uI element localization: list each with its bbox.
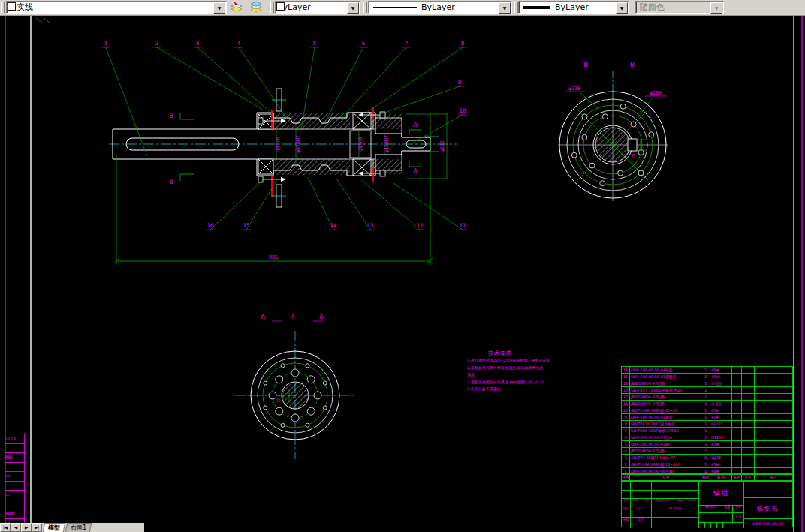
parts-table-cell bbox=[755, 387, 792, 393]
drawing-number: LW6-500.00.00 bbox=[744, 519, 792, 528]
parts-table-cell bbox=[732, 401, 742, 407]
tab-model[interactable]: 模型 bbox=[43, 523, 66, 532]
bolt-hole bbox=[281, 364, 285, 368]
leader-line bbox=[413, 115, 463, 143]
parts-table-cell: 1 bbox=[701, 387, 710, 393]
bolt-hole bbox=[264, 381, 267, 385]
current-linetype-value: ByLayer bbox=[421, 2, 455, 12]
parts-table-cell bbox=[732, 441, 742, 447]
plotstyle-control-combo: 随颜色 ▼ bbox=[635, 1, 724, 14]
lineweight-dropdown-arrow[interactable]: ▼ bbox=[616, 2, 628, 14]
parts-table-cell: Q235 bbox=[710, 455, 732, 461]
bolt-hole bbox=[638, 150, 644, 155]
leader-label: 8 bbox=[461, 40, 465, 47]
layer-color-swatch[interactable] bbox=[7, 2, 17, 11]
current-lineweight-value: ByLayer bbox=[555, 2, 589, 12]
parts-table-cell: 1 bbox=[701, 428, 710, 434]
parts-table-cell bbox=[755, 448, 792, 454]
header-cell: 备注 bbox=[755, 475, 792, 480]
bolt-hole bbox=[276, 407, 283, 415]
tb-label: 标记 bbox=[622, 498, 631, 506]
current-color-swatch bbox=[276, 2, 285, 11]
make-object-layer-current-button[interactable] bbox=[230, 1, 249, 14]
parts-table-cell: 5 bbox=[622, 441, 630, 447]
color-control-combo[interactable]: ByLayer ▼ bbox=[275, 1, 360, 14]
parts-table-cell: 1 bbox=[701, 468, 710, 474]
parts-table-cell bbox=[732, 374, 742, 380]
technical-notes: 技术要求 1.进行调质处理220~250HB后精加工各配合表面 2.装配前所有零… bbox=[467, 350, 598, 393]
next-tab-button[interactable]: ▶ bbox=[21, 523, 32, 532]
lineweight-control-combo[interactable]: ByLayer ▼ bbox=[518, 1, 629, 14]
bolt-hole bbox=[582, 134, 587, 140]
last-tab-button[interactable]: ▶| bbox=[32, 523, 42, 532]
bb-title: B — B bbox=[583, 61, 641, 68]
leader-label: 6 bbox=[362, 40, 366, 47]
toolbar-grip[interactable] bbox=[1, 2, 5, 13]
toolbar-grip[interactable] bbox=[270, 2, 274, 13]
parts-table-cell: LW6-500.00.00-05壳体 bbox=[630, 434, 701, 440]
tab-layout1[interactable]: 布局1 bbox=[65, 523, 92, 532]
parts-table-cell bbox=[732, 468, 742, 474]
bolt-hole bbox=[291, 369, 299, 377]
left-sheet-fragment: 1 2 1 4▒▒▒4 14 1▒▒▒▒1 4 bbox=[5, 434, 25, 528]
parts-table-cell: 3 bbox=[622, 455, 630, 461]
note-line: 清洗 bbox=[467, 371, 598, 378]
main-assembly-view: φ95r6 φ170H7 φ95n6 φ120H7 φ202 995 B B A… bbox=[101, 40, 467, 265]
aa-key-dim: 20 bbox=[276, 398, 281, 403]
previous-layer-button[interactable] bbox=[249, 1, 268, 14]
bolt-hole bbox=[582, 114, 587, 119]
parts-table-cell: 1 bbox=[701, 380, 710, 386]
color-dropdown-arrow[interactable]: ▼ bbox=[347, 2, 359, 14]
section-letter-a: A bbox=[413, 167, 417, 175]
leader-label: 11 bbox=[459, 222, 466, 229]
part-leaders: 12345678910111213141516 bbox=[101, 40, 467, 230]
header-cell: 材 料 bbox=[710, 475, 732, 480]
parts-table-cell bbox=[742, 441, 755, 447]
leader-label: 14 bbox=[330, 222, 337, 229]
header-cell: 数量 bbox=[701, 475, 710, 480]
linetype-control-combo[interactable]: ByLayer ▼ bbox=[368, 1, 512, 14]
parts-table-cell: 45# bbox=[710, 441, 732, 447]
layer-control-combo[interactable]: 粗实线 ▼ bbox=[6, 1, 227, 14]
parts-table-cell: 6 bbox=[622, 434, 630, 440]
parts-table-row: 2GB/T1096-1990键 15×100145# bbox=[622, 461, 792, 467]
leader-line bbox=[324, 47, 363, 123]
parts-list-header: 序号 代 号 数量 材 料 单件 总计 备注 bbox=[621, 474, 793, 481]
parts-table-row: 1LW6-500.00.00-00主轴145# bbox=[622, 467, 792, 474]
aa-title: A ? A bbox=[261, 313, 333, 320]
parts-table-cell bbox=[742, 401, 755, 407]
layers-stack-icon bbox=[249, 1, 263, 13]
bolt-hole bbox=[649, 132, 654, 137]
parts-table-cell: GB/T1096-1990键 10×23 bbox=[630, 407, 701, 413]
prev-tab-button[interactable]: ◀ bbox=[11, 523, 21, 532]
parts-table-cell: 1 bbox=[701, 421, 710, 427]
bolt-hole bbox=[281, 423, 285, 427]
parts-table-cell: 45# bbox=[710, 461, 732, 467]
leader-line bbox=[106, 47, 147, 156]
first-tab-button[interactable]: |◀ bbox=[0, 523, 11, 532]
parts-table-cell: 8 bbox=[622, 421, 630, 427]
bolt-hole bbox=[269, 392, 276, 399]
layer-dropdown-arrow[interactable]: ▼ bbox=[213, 2, 225, 14]
toolbar-grip[interactable] bbox=[363, 2, 367, 13]
parts-table-cell: HT200 bbox=[710, 434, 732, 440]
parts-table-row: 12JB/ZQ4606-97毡圈1 bbox=[622, 393, 792, 400]
parts-table-cell: 1 bbox=[622, 468, 630, 474]
parts-table-cell: 1 bbox=[701, 374, 710, 380]
parts-table-cell: GB/T897-1988双头螺柱 M20 bbox=[630, 387, 701, 393]
fragment-row bbox=[5, 482, 25, 491]
parts-table-cell bbox=[755, 468, 792, 474]
parts-table-cell bbox=[742, 367, 755, 373]
bolt-hole bbox=[602, 114, 608, 119]
leader-label: 16 bbox=[207, 222, 214, 229]
leader-line bbox=[342, 47, 406, 117]
tb-ratio: 比例 bbox=[733, 506, 743, 512]
linetype-dropdown-arrow[interactable]: ▼ bbox=[499, 2, 511, 14]
header-cell: 单件 bbox=[732, 475, 742, 480]
bolt-hole bbox=[264, 406, 267, 410]
part-name: 轴组 bbox=[699, 482, 743, 506]
bolt-hole bbox=[571, 152, 577, 158]
dim-d3: φ95n6 bbox=[357, 137, 363, 152]
parts-list-table: 16LW6-500.00.00-04端盖145#15LW6-500.00.00-… bbox=[621, 366, 793, 474]
dim-d5: φ202 bbox=[439, 140, 445, 152]
